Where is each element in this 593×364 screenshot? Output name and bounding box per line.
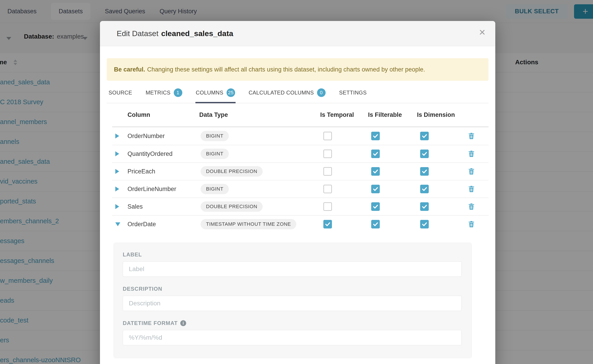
description-field-label: DESCRIPTION	[123, 286, 462, 292]
column-row-quantityordered: QuantityOrderedBIGINT	[112, 145, 488, 162]
is-dimension-checkbox[interactable]	[420, 220, 429, 228]
trash-icon[interactable]	[467, 132, 475, 140]
expand-caret-icon[interactable]	[115, 204, 119, 209]
is-temporal-checkbox[interactable]	[323, 220, 332, 228]
info-icon[interactable]: i	[180, 320, 186, 326]
expand-caret-icon[interactable]	[115, 187, 119, 191]
warning-text: Changing these settings will affect all …	[147, 66, 425, 73]
tab-label: COLUMNS	[196, 90, 223, 96]
is-filterable-checkbox[interactable]	[371, 220, 380, 228]
column-row-ordernumber: OrderNumberBIGINT	[112, 127, 488, 145]
column-row-priceeach: PriceEachDOUBLE PRECISION	[112, 162, 488, 180]
column-row-orderlinenumber: OrderLineNumberBIGINT	[112, 180, 488, 198]
checkmark-icon	[372, 203, 379, 210]
modal-header: Edit Dataset cleaned_sales_data ×	[100, 21, 495, 46]
data-type-pill: BIGINT	[201, 149, 229, 159]
is-dimension-checkbox[interactable]	[420, 132, 429, 140]
expand-caret-icon[interactable]	[115, 134, 119, 138]
columns-table-header: Column Data Type Is Temporal Is Filterab…	[112, 103, 488, 127]
tab-count-badge: 0	[317, 88, 326, 97]
checkmark-icon	[421, 168, 428, 175]
checkmark-icon	[372, 186, 379, 192]
modal-title-prefix: Edit Dataset	[117, 29, 158, 38]
datetime-format-field-label: DATETIME FORMAT i	[123, 320, 462, 326]
is-filterable-checkbox[interactable]	[371, 150, 380, 158]
tab-label: SOURCE	[109, 90, 132, 96]
is-filterable-checkbox[interactable]	[371, 167, 380, 176]
description-input[interactable]	[123, 296, 462, 311]
trash-icon[interactable]	[467, 185, 475, 193]
trash-icon[interactable]	[467, 167, 475, 176]
checkmark-icon	[421, 186, 428, 192]
is-filterable-header: Is Filterable	[365, 111, 414, 118]
is-dimension-checkbox[interactable]	[420, 202, 429, 211]
is-temporal-checkbox[interactable]	[323, 132, 332, 140]
checkmark-icon	[372, 168, 379, 175]
column-header: Column	[125, 111, 199, 118]
modal-tab-source[interactable]: SOURCE	[108, 87, 132, 103]
is-temporal-checkbox[interactable]	[323, 202, 332, 211]
modal-tab-calculated-columns[interactable]: CALCULATED COLUMNS0	[248, 87, 326, 103]
column-row-orderdate: OrderDateTIMESTAMP WITHOUT TIME ZONE	[112, 215, 488, 233]
column-name: OrderDate	[125, 221, 199, 228]
is-temporal-checkbox[interactable]	[323, 185, 332, 193]
description-field-group: DESCRIPTION	[123, 286, 462, 311]
modal-tab-bar: SOURCEMETRICS1COLUMNS25CALCULATED COLUMN…	[107, 87, 488, 103]
warning-title: Be careful.	[114, 66, 145, 73]
modal-tab-settings[interactable]: SETTINGS	[339, 87, 367, 103]
is-temporal-header: Is Temporal	[317, 111, 365, 118]
trash-icon[interactable]	[467, 150, 475, 158]
column-name: OrderLineNumber	[125, 186, 199, 193]
tab-count-badge: 25	[227, 88, 235, 97]
column-name: OrderNumber	[125, 133, 199, 140]
data-type-pill: TIMESTAMP WITHOUT TIME ZONE	[201, 219, 296, 229]
column-name: PriceEach	[125, 168, 199, 175]
trash-icon[interactable]	[467, 220, 475, 228]
column-name: QuantityOrdered	[125, 150, 199, 157]
collapse-caret-icon[interactable]	[115, 222, 120, 226]
checkmark-icon	[372, 221, 379, 227]
checkmark-icon	[372, 151, 379, 157]
columns-table: Column Data Type Is Temporal Is Filterab…	[107, 103, 488, 358]
is-filterable-checkbox[interactable]	[371, 185, 380, 193]
is-dimension-checkbox[interactable]	[420, 167, 429, 176]
is-filterable-checkbox[interactable]	[371, 202, 380, 211]
warning-banner: Be careful. Changing these settings will…	[107, 58, 488, 81]
data-type-pill: BIGINT	[201, 131, 229, 141]
checkmark-icon	[421, 151, 428, 157]
checkmark-icon	[421, 133, 428, 139]
label-field-group: LABEL	[123, 252, 462, 277]
is-dimension-checkbox[interactable]	[420, 150, 429, 158]
modal-tab-metrics[interactable]: METRICS1	[145, 87, 183, 103]
tab-label: METRICS	[145, 90, 170, 96]
checkmark-icon	[372, 133, 379, 139]
data-type-header: Data Type	[199, 111, 317, 118]
expand-caret-icon[interactable]	[115, 151, 119, 156]
column-editor-panel: LABEL DESCRIPTION DATETIME FORMAT i	[113, 243, 472, 358]
label-field-label: LABEL	[123, 252, 462, 258]
is-temporal-checkbox[interactable]	[323, 150, 332, 158]
trash-icon[interactable]	[467, 202, 475, 211]
data-type-pill: BIGINT	[201, 184, 229, 194]
is-temporal-checkbox[interactable]	[323, 167, 332, 176]
label-input[interactable]	[123, 261, 462, 277]
columns-rows: OrderNumberBIGINT QuantityOrderedBIGINT …	[112, 127, 488, 233]
datetime-format-field-group: DATETIME FORMAT i	[123, 320, 462, 345]
edit-dataset-modal: Edit Dataset cleaned_sales_data × Be car…	[100, 21, 495, 364]
expand-caret-icon[interactable]	[115, 169, 119, 174]
tab-label: SETTINGS	[339, 90, 367, 96]
close-icon[interactable]: ×	[479, 27, 485, 38]
checkmark-icon	[421, 203, 428, 210]
column-name: Sales	[125, 203, 199, 210]
modal-body: Be careful. Changing these settings will…	[100, 58, 495, 358]
checkmark-icon	[324, 221, 331, 227]
datetime-format-label-text: DATETIME FORMAT	[123, 320, 178, 326]
datetime-format-input[interactable]	[123, 330, 462, 345]
is-filterable-checkbox[interactable]	[371, 132, 380, 140]
data-type-pill: DOUBLE PRECISION	[201, 202, 263, 212]
modal-tab-columns[interactable]: COLUMNS25	[195, 87, 236, 103]
is-dimension-checkbox[interactable]	[420, 185, 429, 193]
tab-count-badge: 1	[174, 88, 182, 97]
modal-title-dataset-name: cleaned_sales_data	[161, 29, 233, 38]
tab-label: CALCULATED COLUMNS	[249, 90, 314, 96]
